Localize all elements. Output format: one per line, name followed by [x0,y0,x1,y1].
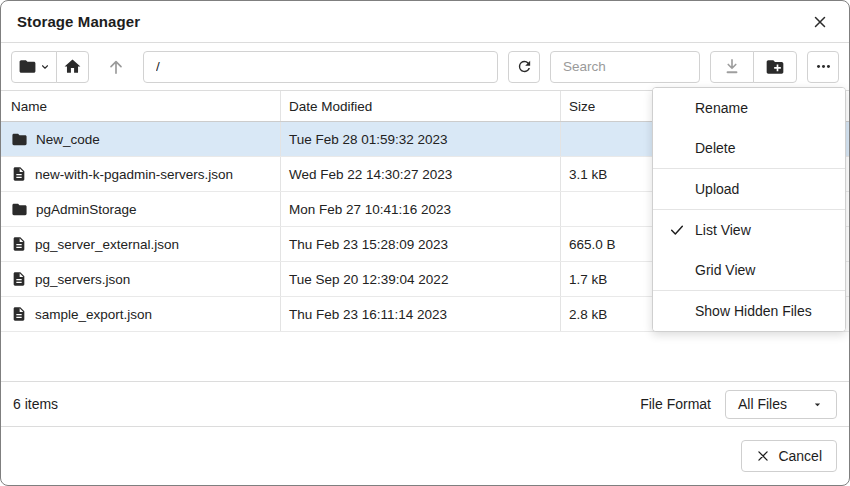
file-name: pg_servers.json [35,272,130,287]
toolbar [1,43,849,91]
chevron-down-icon [40,62,50,72]
menu-item-list-view[interactable]: List View [653,210,845,250]
file-format-select[interactable]: All Files [725,390,837,419]
home-icon [63,57,82,76]
file-name: sample_export.json [35,307,152,322]
menu-item-label: List View [695,222,751,238]
more-options-button[interactable] [807,51,839,83]
nav-button-group [11,51,89,83]
file-icon [11,306,27,322]
new-folder-button[interactable] [753,51,797,83]
refresh-button[interactable] [508,51,540,83]
folder-icon [11,131,28,148]
file-format-label: File Format [640,396,711,412]
cancel-label: Cancel [778,448,822,464]
close-button[interactable] [807,9,833,35]
menu-item-upload[interactable]: Upload [653,169,845,209]
caret-down-icon [811,398,824,411]
column-header-date-modified[interactable]: Date Modified [281,91,561,121]
file-name: New_code [36,132,100,147]
dialog-title: Storage Manager [17,13,807,30]
menu-item-show-hidden-files[interactable]: Show Hidden Files [653,291,845,331]
cancel-x-icon [756,449,770,463]
cancel-button[interactable]: Cancel [741,440,837,472]
menu-item-label: Grid View [695,262,755,278]
menu-item-grid-view[interactable]: Grid View [653,250,845,290]
home-button[interactable] [56,51,89,83]
file-date: Tue Feb 28 01:59:32 2023 [281,122,561,156]
refresh-icon [516,58,533,75]
file-name: pg_server_external.json [35,237,179,252]
file-icon [11,166,27,182]
search-input[interactable] [550,51,700,83]
context-menu: Rename Delete Upload List View Grid View… [652,87,846,332]
file-date: Thu Feb 23 15:28:09 2023 [281,227,561,261]
file-date: Mon Feb 27 10:41:16 2023 [281,192,561,226]
storage-manager-dialog: Storage Manager [0,0,850,486]
status-bar: 6 items File Format All Files [1,381,849,427]
arrow-up-icon [106,57,126,77]
title-bar: Storage Manager [1,1,849,43]
file-icon [11,236,27,252]
path-input[interactable] [143,51,498,83]
new-folder-icon [765,57,785,77]
menu-item-label: Upload [695,181,739,197]
menu-item-label: Delete [695,140,735,156]
file-name: pgAdminStorage [36,202,137,217]
folder-menu-button[interactable] [11,51,57,83]
items-count: 6 items [13,396,640,412]
menu-item-label: Show Hidden Files [695,303,812,319]
file-name: new-with-k-pgadmin-servers.json [35,167,233,182]
menu-item-label: Rename [695,100,748,116]
footer: Cancel [1,427,849,485]
download-icon [722,57,742,77]
menu-item-delete[interactable]: Delete [653,128,845,168]
check-icon [669,222,685,238]
close-icon [811,13,829,31]
menu-item-rename[interactable]: Rename [653,88,845,128]
file-action-group [710,51,797,83]
folder-icon [18,57,37,76]
folder-icon [11,201,28,218]
file-date: Thu Feb 23 16:11:14 2023 [281,297,561,331]
column-header-name[interactable]: Name [1,91,281,121]
up-directory-button[interactable] [99,51,133,83]
file-format-value: All Files [738,396,787,412]
more-options-icon [815,58,832,75]
download-button[interactable] [710,51,754,83]
file-date: Wed Feb 22 14:30:27 2023 [281,157,561,191]
file-date: Tue Sep 20 12:39:04 2022 [281,262,561,296]
file-icon [11,271,27,287]
